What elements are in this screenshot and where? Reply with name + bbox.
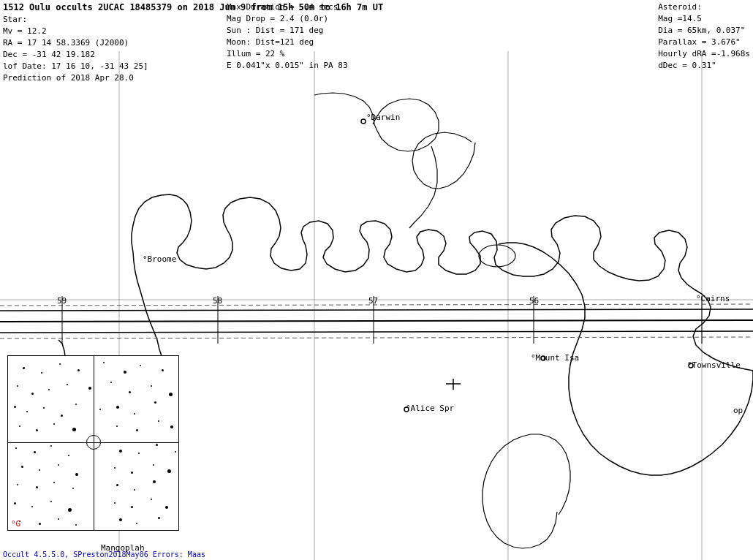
- star-dot: [131, 472, 133, 474]
- star-dot: [151, 499, 152, 500]
- hour-label-56: 56: [529, 296, 539, 306]
- star-dot: [136, 523, 137, 524]
- header-right: Asteroid: Mag =14.5 Dia = 65km, 0.037" P…: [658, 1, 750, 72]
- mag-drop: Mag Drop = 2.4 (0.0r): [227, 13, 348, 25]
- asteroid-parallax: Parallax = 3.676": [658, 37, 750, 48]
- header: 1512 Oulu occults 2UCAC 18485379 on 2018…: [0, 0, 753, 3]
- star-dot: [17, 385, 18, 387]
- star-dot: [58, 518, 59, 520]
- star-dot: [165, 506, 168, 509]
- star-dot: [53, 482, 55, 483]
- star-dot: [116, 425, 118, 427]
- star-dot: [39, 523, 41, 525]
- star-dot: [31, 506, 33, 507]
- asteroid-dia: Dia = 65km, 0.037": [658, 25, 750, 37]
- star-dot: [26, 411, 28, 412]
- star-dot: [119, 518, 122, 521]
- city-mangoplah: Mangoplah: [101, 543, 145, 553]
- city-darwin: °Darwin: [366, 113, 400, 122]
- star-dot: [41, 372, 42, 374]
- star-dot: [72, 488, 74, 489]
- target-star-circle: [86, 435, 101, 450]
- star-dot: [110, 382, 112, 383]
- star-dot: [99, 409, 101, 410]
- star-inset: °G: [7, 355, 179, 531]
- star-dot: [17, 484, 18, 485]
- star-dot: [39, 469, 40, 471]
- star-dot: [34, 451, 36, 453]
- star-dot: [14, 502, 16, 504]
- star-dot: [158, 517, 160, 519]
- star-dot: [153, 480, 156, 483]
- asteroid-label: Asteroid:: [658, 1, 750, 13]
- svg-line-10: [0, 337, 753, 338]
- star-dot: [53, 423, 55, 425]
- star-dot: [88, 387, 91, 390]
- star-dot: [167, 469, 171, 473]
- star-dot: [75, 524, 77, 526]
- pa: E 0.041"x 0.015" in PA 83: [227, 60, 348, 72]
- city-alice-springs: °Alice Spr: [406, 404, 454, 413]
- star-dot: [134, 413, 135, 415]
- star-dot: [36, 429, 38, 431]
- hour-label-58: 58: [213, 296, 222, 306]
- star-dot: [50, 501, 52, 502]
- star-dot: [158, 420, 159, 422]
- star-dot: [140, 365, 141, 366]
- star-dot: [23, 367, 25, 369]
- star-dot: [14, 406, 16, 408]
- header-center: Max Duration = 5.4 secs Mag Drop = 2.4 (…: [227, 1, 348, 72]
- star-dot: [59, 363, 61, 365]
- city-townsville: °Townsville: [687, 360, 741, 370]
- illum: Illum = 22 %: [227, 48, 348, 60]
- city-broome: °Broome: [143, 254, 176, 264]
- hour-label-59: 59: [57, 296, 67, 306]
- main-container: 1512 Oulu occults 2UCAC 18485379 on 2018…: [0, 0, 753, 560]
- sun-dist: Sun : Dist = 171 deg: [227, 25, 348, 37]
- star-dot: [15, 447, 17, 449]
- inset-label-g: °G: [11, 519, 20, 529]
- star-dot: [19, 425, 20, 427]
- star-dot: [154, 401, 156, 404]
- city-mount-isa: °Mount Isa: [531, 353, 579, 363]
- star-dot: [129, 391, 131, 393]
- star-dot: [43, 407, 45, 409]
- star-dot: [103, 362, 105, 363]
- star-dot: [114, 502, 116, 504]
- svg-line-6: [0, 320, 753, 322]
- city-cairns: °Cairns: [696, 294, 730, 303]
- star-dot: [77, 369, 80, 371]
- star-dot: [72, 428, 76, 431]
- svg-line-7: [0, 309, 753, 311]
- star-dot: [170, 425, 173, 428]
- svg-point-18: [361, 119, 366, 124]
- star-dot: [21, 466, 23, 468]
- star-prediction: Prediction of 2018 Apr 28.0: [3, 72, 383, 84]
- star-dot: [68, 455, 69, 456]
- star-dot: [68, 508, 72, 512]
- star-dot: [162, 369, 164, 371]
- star-dot: [156, 444, 158, 446]
- asteroid-mag: Mag =14.5: [658, 13, 750, 25]
- star-dot: [153, 464, 154, 466]
- hourly-ddec: dDec = 0.31": [658, 60, 750, 72]
- star-dot: [124, 371, 126, 374]
- label-op: op: [733, 406, 743, 415]
- star-dot: [75, 404, 77, 405]
- hour-label-57: 57: [368, 296, 378, 306]
- star-dot: [169, 393, 173, 396]
- star-dot: [136, 429, 138, 431]
- star-dot: [58, 464, 59, 466]
- star-dot: [61, 415, 63, 417]
- star-dot: [31, 393, 34, 395]
- star-dot: [114, 467, 116, 469]
- star-dot: [138, 453, 140, 454]
- max-duration: Max Duration = 5.4 secs: [227, 1, 348, 13]
- star-dot: [151, 385, 152, 387]
- svg-line-8: [0, 331, 753, 333]
- map-area: 59 58 57 56 °Darwin °Broome °Cairns °Mou…: [0, 51, 753, 560]
- star-dot: [175, 451, 176, 453]
- star-dot: [134, 489, 135, 491]
- star-dot: [36, 486, 38, 488]
- star-dot: [116, 484, 118, 486]
